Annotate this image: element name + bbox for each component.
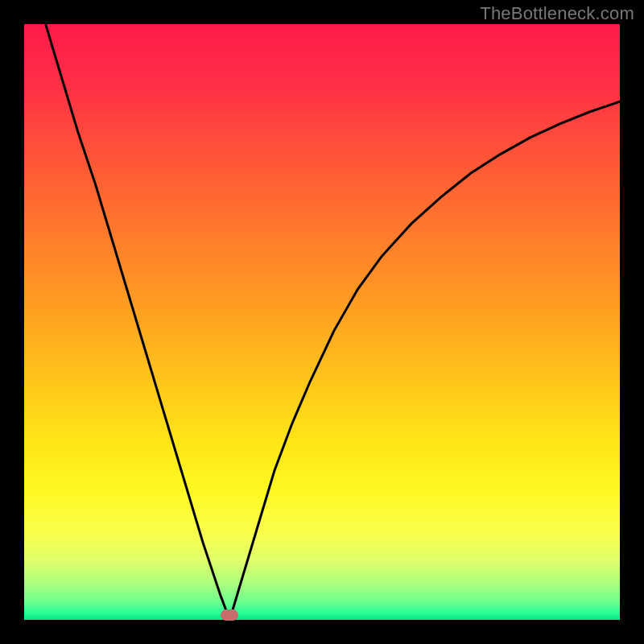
minimum-marker — [221, 609, 238, 621]
watermark-text: TheBottleneck.com — [480, 3, 634, 24]
chart-curve — [24, 24, 620, 620]
chart-container: TheBottleneck.com — [0, 0, 644, 644]
plot-area — [24, 24, 620, 620]
